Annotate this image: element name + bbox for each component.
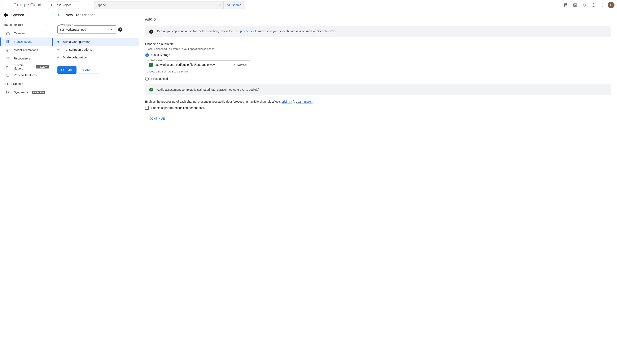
step-dot-icon: [57, 41, 59, 43]
radio-cloud-storage[interactable]: Cloud Storage: [145, 53, 611, 57]
hamburger-icon[interactable]: [2, 1, 11, 9]
svg-rect-5: [574, 4, 577, 6]
svg-point-0: [51, 4, 52, 5]
svg-rect-21: [6, 49, 7, 50]
page-header: New Transcription: [52, 10, 139, 20]
svg-rect-38: [9, 92, 9, 93]
checkbox-icon: [145, 106, 149, 110]
svg-rect-24: [6, 51, 8, 51]
chevron-down-icon: [110, 28, 113, 31]
project-picker[interactable]: Test Project: [48, 1, 79, 9]
svg-point-4: [228, 4, 229, 6]
browse-button[interactable]: BROWSE: [230, 63, 250, 66]
file-location-label: File location *: [149, 59, 166, 62]
service-header: Speech: [0, 10, 52, 20]
svg-point-7: [593, 6, 594, 6]
svg-rect-16: [8, 40, 9, 41]
preview-badge: PREVIEW: [32, 91, 45, 94]
workspace-help-icon[interactable]: ?: [118, 27, 122, 32]
svg-point-33: [8, 67, 8, 67]
content-area: Audio i Before you import an audio file …: [139, 10, 617, 364]
success-icon: ✓: [149, 88, 153, 91]
svg-rect-17: [6, 41, 7, 42]
choose-audio-header: Choose an audio file: [145, 42, 611, 46]
separate-channel-checkbox[interactable]: Enable separate recognition per channel.: [145, 106, 611, 110]
cloud-shell-icon[interactable]: [571, 1, 579, 9]
speech-icon: [3, 13, 8, 18]
preview-badge: PREVIEW: [36, 65, 49, 68]
svg-point-8: [602, 3, 603, 4]
external-link-icon: ⬀: [311, 101, 313, 103]
submit-button[interactable]: SUBMIT: [57, 66, 77, 74]
svg-rect-34: [6, 91, 7, 94]
continue-button[interactable]: CONTINUE: [145, 115, 169, 122]
svg-rect-25: [6, 51, 8, 52]
clear-search-icon[interactable]: [216, 1, 223, 9]
topbar-actions: G: [562, 1, 615, 9]
svg-point-9: [602, 5, 603, 5]
service-title: Speech: [11, 13, 24, 17]
svg-rect-19: [6, 42, 7, 43]
sidebar: Speech Speech-to-Text Overview Transcrip…: [0, 10, 52, 364]
help-icon[interactable]: [589, 1, 598, 9]
svg-rect-23: [9, 49, 9, 50]
sidebar-item-custom-models[interactable]: Custom Models PREVIEW: [0, 63, 52, 71]
more-icon[interactable]: [599, 1, 607, 9]
workspace-value: sst_workspace_ppd: [60, 28, 110, 31]
preview-features-icon: [6, 73, 10, 77]
learn-more-link[interactable]: Learn more⬀: [296, 100, 313, 104]
sidebar-item-preview-features[interactable]: Preview Features: [0, 71, 52, 79]
step-audio-configuration[interactable]: Audio Configuration: [52, 38, 139, 46]
sidebar-item-transcriptions[interactable]: Transcriptions: [0, 38, 52, 46]
svg-rect-15: [6, 40, 7, 41]
svg-rect-37: [8, 91, 9, 93]
send-feedback-icon[interactable]: [562, 1, 570, 9]
svg-rect-22: [8, 49, 8, 50]
svg-rect-30: [6, 59, 8, 59]
svg-rect-28: [6, 58, 8, 59]
transcriptions-icon: [6, 39, 10, 44]
svg-rect-31: [8, 59, 9, 59]
svg-rect-27: [8, 57, 9, 58]
nav-section-speech-to-text[interactable]: Speech-to-Text: [0, 20, 52, 29]
nav-section-text-to-speech[interactable]: Text-to-Speech: [0, 79, 52, 88]
section-title: Audio: [145, 17, 611, 22]
step-transcription-options[interactable]: Transcription options: [52, 46, 139, 53]
workspace-label: Workspace: [60, 24, 74, 26]
svg-rect-29: [8, 58, 9, 59]
best-practices-link[interactable]: best practices⬀: [234, 29, 254, 33]
sidebar-item-synthesize[interactable]: Synthesize PREVIEW: [0, 88, 52, 97]
cancel-button[interactable]: CANCEL: [79, 66, 99, 74]
channel-description: Enables the processing of each channel p…: [145, 100, 611, 104]
radio-local-upload[interactable]: Local upload: [145, 77, 611, 81]
svg-rect-13: [6, 14, 7, 16]
back-icon[interactable]: [57, 13, 62, 18]
recognizers-icon: [6, 56, 10, 61]
pricing-link[interactable]: pricing⬀: [282, 100, 292, 104]
collapse-sidebar-icon[interactable]: [2, 356, 8, 362]
workspace-select[interactable]: sst_workspace_ppd: [57, 25, 116, 34]
svg-point-2: [51, 5, 52, 6]
avatar[interactable]: G: [608, 2, 615, 8]
svg-rect-20: [8, 42, 9, 43]
file-hint: Choose a file from GCS to transcribe.: [147, 70, 611, 73]
svg-rect-36: [8, 91, 8, 94]
search-button[interactable]: Search: [223, 1, 245, 9]
upload-hint: Local uploads will be stored in your spe…: [147, 47, 611, 51]
gcp-logo[interactable]: Google Cloud: [13, 2, 41, 7]
sidebar-item-model-adaptations[interactable]: Model Adaptations: [0, 46, 52, 54]
config-column: New Transcription Workspace sst_workspac…: [52, 10, 139, 364]
notifications-icon[interactable]: [580, 1, 589, 9]
info-icon: i: [149, 29, 153, 34]
search-input[interactable]: [94, 3, 216, 7]
top-bar: Google Cloud Test Project Search: [0, 0, 617, 10]
info-banner: i Before you import an audio file for tr…: [145, 26, 611, 37]
search-box: Search: [94, 1, 245, 9]
sidebar-item-overview[interactable]: Overview: [0, 29, 52, 38]
file-location-input[interactable]: [153, 63, 230, 66]
chevron-up-icon: [45, 82, 49, 86]
sidebar-item-recognizers[interactable]: Recognizers: [0, 54, 52, 63]
svg-point-10: [602, 6, 603, 6]
step-model-adaptation[interactable]: Model adaptation: [52, 53, 139, 61]
step-dot-icon: [57, 57, 59, 58]
